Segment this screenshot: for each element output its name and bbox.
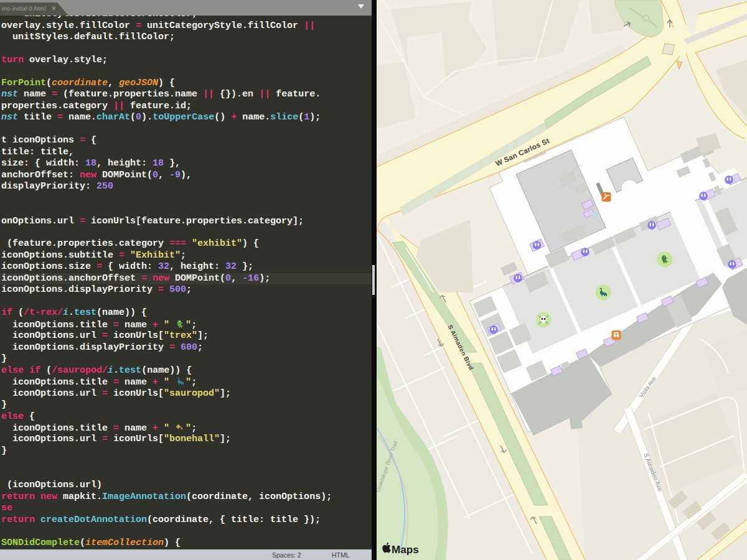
svg-text:Maps: Maps [392, 544, 419, 556]
